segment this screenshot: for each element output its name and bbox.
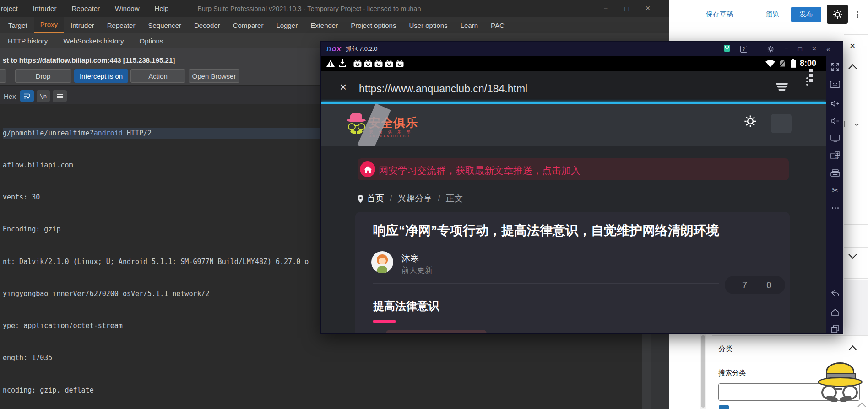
divider xyxy=(373,283,719,284)
tab-sequencer[interactable]: Sequencer xyxy=(141,17,188,33)
close-icon[interactable]: × xyxy=(812,45,816,53)
clock-text: 8:00 xyxy=(800,59,816,68)
publish-button[interactable]: 发布 xyxy=(791,7,821,22)
menu-project[interactable]: roject xyxy=(1,5,18,12)
maximize-icon[interactable]: □ xyxy=(616,5,637,12)
divider xyxy=(844,278,868,279)
volume-up-icon[interactable] xyxy=(830,99,840,108)
more-tools-icon[interactable] xyxy=(830,203,840,212)
shake-device-icon[interactable] xyxy=(830,168,840,178)
menu-help[interactable]: Help xyxy=(154,5,168,12)
install-apk-icon[interactable]: APK xyxy=(830,151,840,160)
menu-window[interactable]: Window xyxy=(115,5,139,12)
updated-time: 前天更新 xyxy=(401,265,433,275)
newline-toggle-button[interactable]: \n xyxy=(37,90,50,102)
category-checkbox-partial[interactable] xyxy=(719,405,729,409)
app-market-icon[interactable] xyxy=(724,45,730,53)
comments-count: 0 xyxy=(766,280,771,291)
more-options-icon[interactable] xyxy=(857,11,858,13)
tab-logger[interactable]: Logger xyxy=(270,17,304,33)
minimize-icon[interactable]: − xyxy=(784,45,788,53)
intercept-toggle-button[interactable]: Intercept is on xyxy=(74,69,128,83)
notice-bar[interactable]: 网安学习交流群，获取最新文章推送，点击加入 xyxy=(358,158,789,180)
search-categories-label: 搜索分类 xyxy=(718,369,746,377)
location-pin-icon xyxy=(358,195,363,203)
mascot-image xyxy=(816,361,862,405)
breadcrumb-home[interactable]: 首页 xyxy=(367,193,384,204)
preview-link[interactable]: 预览 xyxy=(765,10,779,19)
tab-intruder[interactable]: Intruder xyxy=(64,17,101,33)
subtab-options[interactable]: Options xyxy=(132,37,171,45)
drop-button[interactable]: Drop xyxy=(15,69,71,83)
editor-scrollbar-thumb[interactable] xyxy=(701,335,705,408)
android-home-icon[interactable] xyxy=(830,307,840,316)
tab-decoder[interactable]: Decoder xyxy=(188,17,227,33)
tab-proxy[interactable]: Proxy xyxy=(34,17,64,33)
action-button[interactable]: Action xyxy=(130,69,185,83)
divider xyxy=(844,247,868,248)
tab-pac[interactable]: PAC xyxy=(484,17,511,33)
cut-icon[interactable]: ✂ xyxy=(830,186,840,195)
header-line: ength: 17035 xyxy=(3,353,642,363)
gear-icon xyxy=(833,10,842,19)
notice-text: 网安学习交流群，获取最新文章推送，点击加入 xyxy=(379,164,580,177)
volume-down-icon[interactable] xyxy=(830,116,840,125)
divider xyxy=(844,224,868,225)
site-settings-gear-icon[interactable] xyxy=(744,115,757,128)
url-text[interactable]: https://www.anquanclub.cn/184.html xyxy=(359,83,527,95)
tab-comparer[interactable]: Comparer xyxy=(227,17,270,33)
subtab-http-history[interactable]: HTTP history xyxy=(0,37,55,45)
divider xyxy=(844,34,868,35)
stop-loading-icon[interactable]: × xyxy=(340,80,347,94)
settings-button[interactable] xyxy=(827,5,848,24)
nox-logo: nox xyxy=(326,44,342,54)
open-browser-button[interactable]: Open Browser xyxy=(189,69,239,83)
screenshot-icon[interactable] xyxy=(830,134,840,143)
tab-target[interactable]: Target xyxy=(2,17,34,33)
battery-icon xyxy=(791,59,796,68)
menu-repeater[interactable]: Repeater xyxy=(71,5,100,12)
tabs-stack-icon[interactable] xyxy=(776,82,788,92)
settings-gear-icon[interactable] xyxy=(767,46,774,53)
editor-scrollbar[interactable] xyxy=(700,334,706,409)
stats-pill: 7 0 xyxy=(725,276,785,294)
wrap-lines-button[interactable] xyxy=(20,90,34,102)
tab-user-options[interactable]: User options xyxy=(402,17,454,33)
save-draft-link[interactable]: 保存草稿 xyxy=(706,10,733,19)
canvas-band xyxy=(844,280,868,335)
android-back-icon[interactable] xyxy=(830,289,840,298)
views-count: 7 xyxy=(742,280,747,291)
forward-button-partial[interactable] xyxy=(0,69,6,83)
text-options-button[interactable] xyxy=(53,90,67,102)
tab-learn[interactable]: Learn xyxy=(454,17,484,33)
author-name[interactable]: 沐寒 xyxy=(401,253,419,264)
breadcrumb-separator: / xyxy=(438,194,440,204)
hex-label[interactable]: Hex xyxy=(4,92,16,100)
subtab-websockets-history[interactable]: WebSockets history xyxy=(55,37,131,45)
request-banner: st to https://dataflow.biliapi.com:443 [… xyxy=(3,56,175,64)
android-recents-icon[interactable] xyxy=(830,324,840,334)
tab-repeater[interactable]: Repeater xyxy=(101,17,142,33)
divider xyxy=(844,78,868,78)
help-icon[interactable]: ? xyxy=(740,46,747,53)
author-avatar[interactable] xyxy=(371,251,393,273)
categories-section-label[interactable]: 分类 xyxy=(718,344,733,354)
minimize-icon[interactable]: − xyxy=(595,5,616,12)
android-menu-squares-icon[interactable] xyxy=(809,69,813,72)
header-placeholder-box[interactable] xyxy=(771,114,792,133)
close-icon[interactable]: × xyxy=(637,4,658,13)
fullscreen-icon[interactable] xyxy=(830,62,840,71)
browser-menu-icon[interactable] xyxy=(806,77,808,79)
tab-project-options[interactable]: Project options xyxy=(344,17,402,33)
tab-extender[interactable]: Extender xyxy=(304,17,344,33)
collapse-sidebar-icon[interactable]: « xyxy=(826,45,830,53)
breadcrumb-category[interactable]: 兴趣分享 xyxy=(397,193,432,204)
menu-intruder[interactable]: Intruder xyxy=(33,5,57,12)
keyboard-icon[interactable] xyxy=(830,80,840,89)
maximize-icon[interactable]: □ xyxy=(798,45,802,53)
close-settings-icon[interactable]: × xyxy=(850,40,855,51)
section-heading: 提高法律意识 xyxy=(373,299,439,313)
svg-text:APK: APK xyxy=(835,156,839,159)
bilibili-tv-icon xyxy=(363,59,373,68)
nox-window: nox 抓包 7.0.2.0 ? − □ × « xyxy=(320,41,843,334)
